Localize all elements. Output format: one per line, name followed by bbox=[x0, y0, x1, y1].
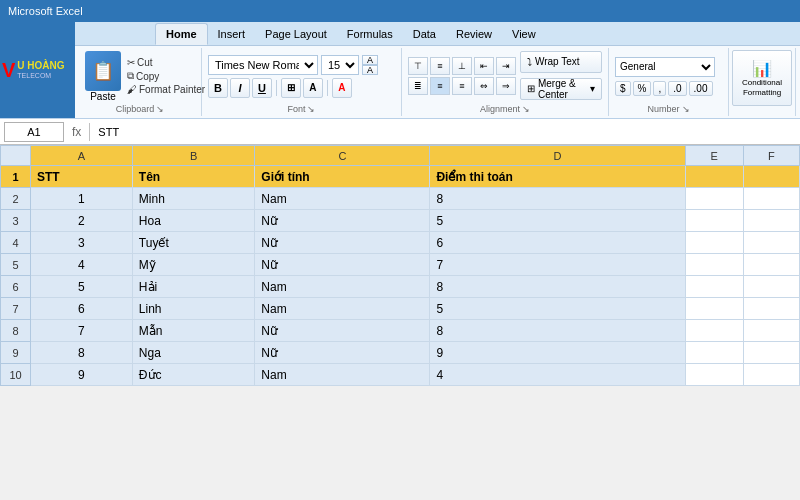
conditional-formatting-button[interactable]: 📊 ConditionalFormatting bbox=[732, 50, 792, 106]
data-cell[interactable]: 5 bbox=[430, 210, 685, 232]
row-number[interactable]: 5 bbox=[1, 254, 31, 276]
data-cell[interactable]: Minh bbox=[132, 188, 255, 210]
row-number[interactable]: 3 bbox=[1, 210, 31, 232]
bold-button[interactable]: B bbox=[208, 78, 228, 98]
copy-button[interactable]: ⧉ Copy bbox=[125, 69, 207, 83]
data-cell[interactable]: 5 bbox=[31, 276, 133, 298]
data-cell[interactable]: 4 bbox=[31, 254, 133, 276]
data-cell[interactable]: 7 bbox=[430, 254, 685, 276]
empty-cell-e[interactable] bbox=[685, 298, 743, 320]
empty-cell-f[interactable] bbox=[743, 298, 799, 320]
empty-cell-e[interactable] bbox=[685, 364, 743, 386]
data-cell[interactable]: 4 bbox=[430, 364, 685, 386]
empty-cell-e[interactable] bbox=[685, 254, 743, 276]
empty-cell-e[interactable] bbox=[685, 320, 743, 342]
empty-cell-e[interactable] bbox=[685, 276, 743, 298]
merge-center-button[interactable]: ⊞ Merge & Center ▾ bbox=[520, 78, 602, 100]
align-middle-button[interactable]: ≡ bbox=[430, 57, 450, 75]
empty-cell-f[interactable] bbox=[743, 320, 799, 342]
data-cell[interactable]: 6 bbox=[31, 298, 133, 320]
row-number[interactable]: 10 bbox=[1, 364, 31, 386]
data-cell[interactable]: 9 bbox=[31, 364, 133, 386]
font-size-select[interactable]: 15 bbox=[321, 55, 359, 75]
data-cell[interactable]: Nữ bbox=[255, 320, 430, 342]
data-cell[interactable]: Linh bbox=[132, 298, 255, 320]
dec-dec-button[interactable]: .00 bbox=[689, 81, 713, 96]
data-cell[interactable]: 8 bbox=[430, 276, 685, 298]
wrap-text-button[interactable]: ⤵ Wrap Text bbox=[520, 51, 602, 73]
ltr-button[interactable]: ⇒ bbox=[496, 77, 516, 95]
data-cell[interactable]: Nam bbox=[255, 364, 430, 386]
data-cell[interactable]: 8 bbox=[31, 342, 133, 364]
data-cell[interactable]: Hoa bbox=[132, 210, 255, 232]
data-cell[interactable]: Mẫn bbox=[132, 320, 255, 342]
indent-decrease-button[interactable]: ⇤ bbox=[474, 57, 494, 75]
data-cell[interactable]: Tuyết bbox=[132, 232, 255, 254]
empty-cell-e[interactable] bbox=[685, 166, 743, 188]
data-cell[interactable]: 9 bbox=[430, 342, 685, 364]
empty-cell-f[interactable] bbox=[743, 364, 799, 386]
dec-inc-button[interactable]: .0 bbox=[668, 81, 686, 96]
border-button[interactable]: ⊞ bbox=[281, 78, 301, 98]
data-cell[interactable]: Mỹ bbox=[132, 254, 255, 276]
fill-color-button[interactable]: A bbox=[303, 78, 323, 98]
dialog-launcher-icon[interactable]: ↘ bbox=[156, 104, 164, 114]
tab-page-layout[interactable]: Page Layout bbox=[255, 23, 337, 45]
formula-input[interactable] bbox=[94, 122, 796, 142]
empty-cell-e[interactable] bbox=[685, 232, 743, 254]
row-number[interactable]: 6 bbox=[1, 276, 31, 298]
font-color-button[interactable]: A bbox=[332, 78, 352, 98]
paste-button[interactable]: 📋 Paste bbox=[85, 51, 121, 102]
data-cell[interactable]: Điểm thi toán bbox=[430, 166, 685, 188]
size-increase-button[interactable]: A bbox=[362, 55, 378, 65]
tab-insert[interactable]: Insert bbox=[208, 23, 256, 45]
empty-cell-f[interactable] bbox=[743, 188, 799, 210]
data-cell[interactable]: Nam bbox=[255, 276, 430, 298]
col-header-c[interactable]: C bbox=[255, 146, 430, 166]
format-painter-button[interactable]: 🖌 Format Painter bbox=[125, 83, 207, 96]
row-number[interactable]: 8 bbox=[1, 320, 31, 342]
data-cell[interactable]: 3 bbox=[31, 232, 133, 254]
tab-home[interactable]: Home bbox=[155, 23, 208, 45]
data-cell[interactable]: Giới tính bbox=[255, 166, 430, 188]
data-cell[interactable]: 5 bbox=[430, 298, 685, 320]
percent-button[interactable]: % bbox=[633, 81, 652, 96]
number-dialog-icon[interactable]: ↘ bbox=[682, 104, 690, 114]
empty-cell-f[interactable] bbox=[743, 342, 799, 364]
col-header-d[interactable]: D bbox=[430, 146, 685, 166]
comma-button[interactable]: , bbox=[653, 81, 666, 96]
row-number[interactable]: 4 bbox=[1, 232, 31, 254]
col-header-b[interactable]: B bbox=[132, 146, 255, 166]
align-bottom-button[interactable]: ⊥ bbox=[452, 57, 472, 75]
col-header-e[interactable]: E bbox=[685, 146, 743, 166]
italic-button[interactable]: I bbox=[230, 78, 250, 98]
indent-increase-button[interactable]: ⇥ bbox=[496, 57, 516, 75]
font-name-select[interactable]: Times New Roma bbox=[208, 55, 318, 75]
empty-cell-f[interactable] bbox=[743, 276, 799, 298]
data-cell[interactable]: Nam bbox=[255, 298, 430, 320]
tab-formulas[interactable]: Formulas bbox=[337, 23, 403, 45]
col-header-f[interactable]: F bbox=[743, 146, 799, 166]
data-cell[interactable]: Nữ bbox=[255, 342, 430, 364]
col-header-a[interactable]: A bbox=[31, 146, 133, 166]
empty-cell-e[interactable] bbox=[685, 210, 743, 232]
empty-cell-f[interactable] bbox=[743, 254, 799, 276]
tab-review[interactable]: Review bbox=[446, 23, 502, 45]
align-left-button[interactable]: ≣ bbox=[408, 77, 428, 95]
data-cell[interactable]: Tên bbox=[132, 166, 255, 188]
tab-view[interactable]: View bbox=[502, 23, 546, 45]
empty-cell-f[interactable] bbox=[743, 166, 799, 188]
data-cell[interactable]: 6 bbox=[430, 232, 685, 254]
data-cell[interactable]: Đức bbox=[132, 364, 255, 386]
tab-data[interactable]: Data bbox=[403, 23, 446, 45]
cut-button[interactable]: ✂ Cut bbox=[125, 56, 207, 69]
row-number[interactable]: 2 bbox=[1, 188, 31, 210]
dollar-button[interactable]: $ bbox=[615, 81, 631, 96]
number-format-select[interactable]: General bbox=[615, 57, 715, 77]
row-number[interactable]: 9 bbox=[1, 342, 31, 364]
underline-button[interactable]: U bbox=[252, 78, 272, 98]
data-cell[interactable]: 8 bbox=[430, 188, 685, 210]
cell-reference-input[interactable] bbox=[4, 122, 64, 142]
rtl-button[interactable]: ⇔ bbox=[474, 77, 494, 95]
data-cell[interactable]: Nữ bbox=[255, 232, 430, 254]
